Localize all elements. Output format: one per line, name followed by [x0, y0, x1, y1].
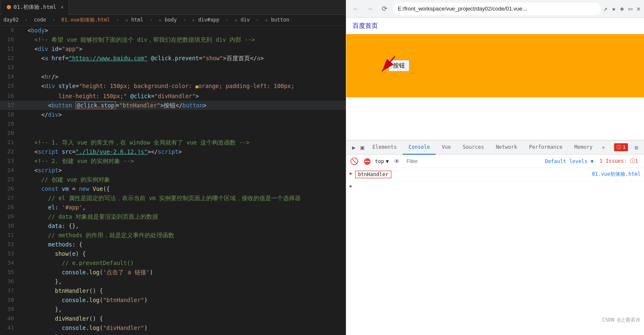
code-line: 35 console.log('点击了 a 链接') — [0, 268, 346, 277]
baidu-link[interactable]: 百度首页 — [346, 18, 644, 34]
reload-button[interactable]: ⟳ — [378, 3, 390, 15]
code-line: 31 // methods 的作用，就是定义事件的处理函数 — [0, 230, 346, 240]
tab-memory[interactable]: Memory — [569, 140, 598, 155]
extension-icon[interactable]: ❖ — [620, 5, 624, 13]
browser-icons: ↗ ★ ❖ ▭ ✕ — [604, 5, 641, 13]
code-line: 34 // e.preventDefault() — [0, 258, 346, 268]
tab-console[interactable]: Console — [403, 140, 436, 155]
code-line-highlighted: 17 <button @click.stop="btnHandler">按钮</… — [0, 101, 346, 110]
tab-label: 01.初体验.html — [13, 3, 57, 11]
editor-tabs: 01.初体验.html ✕ — [0, 0, 346, 15]
code-line: 16 line-height: 150px;" @click="divHandl… — [0, 91, 346, 101]
code-line: 27 // el 属性是固定的写法，表示当前 vm 实例要控制页面上的哪个区域，… — [0, 193, 346, 203]
browser-content: 百度首页 按钮 — [346, 18, 644, 335]
bookmark-icon[interactable]: ★ — [612, 5, 616, 13]
console-entry: ▶ btnHandler 01.vue初体验.html — [346, 170, 644, 182]
code-line: 33 show(e) { — [0, 249, 346, 258]
eye-icon[interactable]: 👁 — [392, 157, 401, 166]
code-area[interactable]: 9 <body> 10 <!-- 希望 vue 能够控制下面的这个 div，帮我… — [0, 26, 346, 335]
code-line: 30 data: {}, — [0, 221, 346, 230]
devtools-settings-icon[interactable]: ⚙ — [632, 143, 641, 152]
code-line: 25 // 创建 vue 的实例对象 — [0, 175, 346, 184]
code-line: 12 <a href="https://www.baidu.com" @clic… — [0, 54, 346, 63]
code-line: 19 — [0, 119, 346, 129]
code-line: 14 <hr/> — [0, 72, 346, 81]
context-arrow[interactable]: ▼ — [386, 158, 389, 164]
code-line: 10 <!-- 希望 vue 能够控制下面的这个 div，帮我们在把数据填充到 … — [0, 35, 346, 44]
forward-button[interactable]: → — [364, 3, 376, 15]
devtools-tabs: ▶ ▣ Elements Console Vue Sources Network… — [346, 140, 644, 155]
console-expand-icon[interactable]: ▶ — [350, 171, 353, 176]
tab-performance[interactable]: Performance — [523, 140, 568, 155]
tab-network[interactable]: Network — [490, 140, 523, 155]
close-tab-button[interactable]: ✕ — [61, 4, 64, 10]
code-line: 23 <!-- 2. 创建 vue 的实例对象 --> — [0, 156, 346, 166]
issues-badge[interactable]: 1 Issues: ⓘ1 — [597, 157, 641, 166]
devtools-toolbar: 🚫 ⛔ top ▼ 👁 Default levels ▼ 1 Issues: ⓘ… — [346, 155, 644, 168]
context-label: top — [375, 158, 384, 164]
tab-icon — [7, 5, 11, 9]
close-browser-icon[interactable]: ✕ — [636, 5, 641, 13]
code-line: 24 <script> — [0, 166, 346, 175]
issues-count[interactable]: ⓘ 1 — [614, 143, 628, 151]
devtools-phone-icon[interactable]: ▣ — [358, 143, 366, 152]
code-line: 15 <div style="height: 150px; background… — [0, 81, 346, 91]
tab-elements[interactable]: Elements — [366, 140, 403, 155]
tab-more[interactable]: » — [598, 142, 608, 153]
orange-preview-div: 按钮 — [346, 34, 644, 97]
share-icon[interactable]: ↗ — [604, 5, 608, 13]
devtools: ▶ ▣ Elements Console Vue Sources Network… — [346, 140, 644, 325]
clear-console-button[interactable]: 🚫 — [350, 157, 359, 166]
devtools-cursor-icon[interactable]: ▶ — [350, 143, 358, 152]
console-context: top ▼ — [375, 158, 389, 164]
code-line: 26 const vm = new Vue({ — [0, 184, 346, 193]
browser-panel: ← → ⟳ ↗ ★ ❖ ▭ ✕ 百度首页 — [346, 0, 644, 335]
code-line: 38 console.log("btnHandler") — [0, 295, 346, 305]
tab-vue[interactable]: Vue — [436, 140, 457, 155]
code-line: 29 // data 对象就是要渲染到页面上的数据 — [0, 212, 346, 221]
back-button[interactable]: ← — [350, 3, 361, 15]
code-line: 28 el: '#app', — [0, 203, 346, 212]
devtools-right-icons: ⓘ 1 ⚙ — [614, 143, 641, 152]
console-filter-input[interactable] — [405, 158, 542, 165]
url-input[interactable] — [393, 3, 601, 15]
code-line: 41 console.log("divHandler") — [0, 323, 346, 332]
code-line: 39 }, — [0, 305, 346, 314]
console-filter-button[interactable]: ⛔ — [362, 157, 372, 166]
code-line: 9 <body> — [0, 26, 346, 35]
console-body: ▶ btnHandler 01.vue初体验.html ▶ — [346, 168, 644, 325]
breadcrumb-text: day02 › code › 01.vue初体验.html › ⬦ html ›… — [3, 16, 289, 24]
code-line: 36 }, — [0, 277, 346, 286]
code-line: 37 btnHandler() { — [0, 286, 346, 295]
csdn-watermark: CSDN @上善若水 — [602, 316, 641, 324]
code-line: 21 <!-- 1. 导入 vue 的库文件，在 window 全局就有了 vu… — [0, 138, 346, 147]
console-source-link[interactable]: 01.vue初体验.html — [592, 171, 641, 178]
red-arrow — [372, 52, 397, 79]
issues-icon: ⓘ — [617, 144, 621, 150]
tab-sources[interactable]: Sources — [457, 140, 490, 155]
issues-label: 1 — [622, 145, 625, 150]
console-handler-value: btnHandler — [355, 171, 391, 178]
editor-panel: 01.初体验.html ✕ day02 › code › 01.vue初体验.h… — [0, 0, 346, 335]
breadcrumb: day02 › code › 01.vue初体验.html › ⬦ html ›… — [0, 15, 346, 26]
svg-line-1 — [382, 56, 395, 71]
editor-tab[interactable]: 01.初体验.html ✕ — [2, 0, 69, 15]
code-line: 20 — [0, 129, 346, 138]
code-line: 22 <script src="./lib/vue-2.6.12.js"></s… — [0, 147, 346, 156]
code-line: 40 divHandler() { — [0, 314, 346, 323]
code-line: 13 — [0, 63, 346, 72]
browser-address-bar: ← → ⟳ ↗ ★ ❖ ▭ ✕ — [346, 0, 644, 18]
console-object-arrow[interactable]: ▶ — [346, 182, 644, 190]
default-levels-dropdown[interactable]: Default levels ▼ — [545, 158, 594, 164]
code-line: 42 } — [0, 332, 346, 335]
code-line: 32 methods: { — [0, 240, 346, 249]
code-line: 18 </div> — [0, 110, 346, 119]
page-preview: 百度首页 按钮 — [346, 18, 644, 140]
maximize-icon[interactable]: ▭ — [628, 5, 633, 13]
code-line: 11 <div id="app"> — [0, 44, 346, 54]
